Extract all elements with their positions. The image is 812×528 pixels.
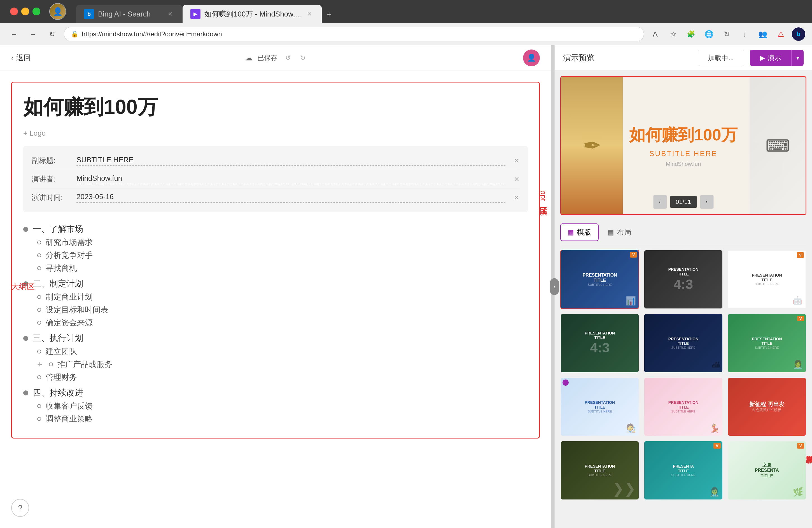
slide-main-title[interactable]: 如何赚到100万 bbox=[23, 94, 528, 121]
undo-button[interactable]: ↺ bbox=[282, 52, 294, 64]
back-label: 返回 bbox=[16, 53, 31, 63]
redo-button[interactable]: ↻ bbox=[296, 52, 309, 64]
address-bar[interactable]: 🔒 https://mindshow.fun/#/edit?convert=ma… bbox=[64, 27, 644, 41]
outline-item-h2-3-2[interactable]: + 推广产品或服务 bbox=[37, 359, 528, 370]
template-card-6[interactable]: V PRESENTATIONTITLE SUBTITLE HERE 👩‍💼 bbox=[727, 314, 807, 373]
layout-tab-label: 布局 bbox=[617, 227, 632, 237]
outline-item-h2-1-2[interactable]: 分析竞争对手 bbox=[37, 250, 528, 261]
h2-bullet-3-3 bbox=[37, 375, 41, 379]
template-card-12[interactable]: V 之夏PRESENTATITLE 🌿 bbox=[727, 441, 807, 500]
tab-layout[interactable]: ▤ 布局 bbox=[601, 224, 638, 241]
template-card-9[interactable]: 新征程 再出发 红色党政PPT模板 bbox=[727, 377, 807, 437]
tab-title-mindshow: 如何赚到100万 - MindShow,... bbox=[204, 9, 301, 19]
present-button[interactable]: ▶ 演示 bbox=[750, 50, 791, 66]
present-dropdown-btn[interactable]: ▾ bbox=[791, 50, 803, 66]
tab-bing[interactable]: b Bing AI - Search ✕ bbox=[76, 5, 183, 23]
outline-item-h2-2-2[interactable]: 设定目标和时间表 bbox=[37, 304, 528, 315]
template-card-4[interactable]: PRESENTATIONTITLE 4:3 bbox=[560, 314, 639, 373]
date-close-btn[interactable]: ✕ bbox=[514, 194, 519, 202]
download-icon[interactable]: ↓ bbox=[738, 27, 752, 41]
date-value[interactable]: 2023-05-16 bbox=[76, 192, 505, 203]
template-card-2[interactable]: PRESENTATIONTITLE 4:3 bbox=[644, 250, 723, 309]
panel-divider[interactable]: ‹ bbox=[551, 45, 554, 528]
v-badge-3: V bbox=[797, 252, 804, 258]
lock-icon: 🔒 bbox=[71, 30, 78, 38]
template-card-3[interactable]: V PRESENTATIONTITLE SUBTITLE HERE 🤖 bbox=[727, 250, 807, 309]
templates-section: ▦ 模版 ▤ 布局 V PRESENTATIO bbox=[555, 221, 812, 528]
minimize-window-btn[interactable] bbox=[21, 7, 29, 15]
outline-item-h1-2[interactable]: 二、制定计划 bbox=[23, 278, 528, 289]
user-avatar-button[interactable]: 👤 bbox=[523, 49, 540, 66]
close-window-btn[interactable] bbox=[10, 7, 18, 15]
outline-item-h2-4-2[interactable]: 调整商业策略 bbox=[37, 413, 528, 424]
add-item-btn[interactable]: + bbox=[37, 360, 42, 369]
subtitle-label: 副标题: bbox=[32, 156, 71, 166]
people-icon[interactable]: 👥 bbox=[756, 27, 769, 41]
close-bing-tab[interactable]: ✕ bbox=[166, 10, 175, 18]
outline-item-h1-4[interactable]: 四、持续改进 bbox=[23, 387, 528, 398]
template-card-11[interactable]: V PRESENTATITLE SUBTITLE HERE 👩‍⚕️ bbox=[644, 441, 723, 500]
refresh-icon[interactable]: ↻ bbox=[720, 27, 734, 41]
outline-item-h2-3-1[interactable]: 建立团队 bbox=[37, 346, 528, 357]
h1-bullet-2 bbox=[23, 281, 28, 286]
subtitle-close-btn[interactable]: ✕ bbox=[514, 157, 519, 165]
slide-prev-btn[interactable]: ‹ bbox=[653, 195, 667, 209]
tab-template[interactable]: ▦ 模版 bbox=[560, 224, 599, 241]
translate-icon[interactable]: 🌐 bbox=[702, 27, 716, 41]
h2-bullet-2-2 bbox=[37, 308, 41, 312]
slide-counter: 01/11 bbox=[670, 196, 697, 208]
reload-button[interactable]: ↻ bbox=[45, 27, 59, 41]
speaker-value[interactable]: MindShow.fun bbox=[76, 174, 505, 184]
template-card-8[interactable]: PRESENTATIONTITLE SUBTITLE HERE 💃 bbox=[644, 377, 723, 437]
template-card-1[interactable]: V PRESENTATIONTITLE SUBTITLE HERE 📊 bbox=[560, 250, 639, 309]
present-button-group: ▶ 演示 ▾ bbox=[750, 50, 803, 66]
outline-item-h1-3[interactable]: 三、执行计划 bbox=[23, 333, 528, 344]
url-text: https://mindshow.fun/#/edit?convert=mark… bbox=[82, 30, 637, 38]
h2-bullet-4-2 bbox=[37, 417, 41, 421]
outline-item-h2-2-3[interactable]: 确定资金来源 bbox=[37, 317, 528, 328]
h2-bullet-2-3 bbox=[37, 321, 41, 325]
help-button[interactable]: ? bbox=[11, 499, 29, 517]
load-button[interactable]: 加载中... bbox=[698, 50, 744, 66]
template-tab-icon: ▦ bbox=[568, 228, 574, 236]
save-status: 已保存 bbox=[257, 54, 277, 62]
bing-copilot-icon[interactable]: b bbox=[792, 27, 805, 41]
ppt-preview: ✒ ⌨ 如何赚到100万 SUBTITLE HERE MindShow.fun … bbox=[560, 76, 807, 215]
template-grid: V PRESENTATIONTITLE SUBTITLE HERE 📊 bbox=[560, 250, 807, 500]
template-card-7[interactable]: PRESENTATIONTITLE SUBTITLE HERE 🧑‍🎨 bbox=[560, 377, 639, 437]
reader-mode-icon[interactable]: A bbox=[649, 27, 662, 41]
right-topbar: 演示预览 加载中... ▶ 演示 ▾ bbox=[555, 45, 812, 71]
slide-next-btn[interactable]: › bbox=[700, 195, 713, 209]
back-arrow-icon: ‹ bbox=[11, 54, 13, 62]
logo-placeholder[interactable]: + Logo bbox=[23, 129, 528, 138]
extensions-icon[interactable]: 🧩 bbox=[684, 27, 698, 41]
date-row: 演讲时间: 2023-05-16 ✕ bbox=[32, 188, 519, 207]
slide-editor: 如何赚到100万 + Logo 副标题: SUBTITLE HERE ✕ 演讲者… bbox=[11, 82, 540, 438]
template-card-10[interactable]: PRESENTATIONTITLE SUBTITLE HERE ❯❯ bbox=[560, 441, 639, 500]
subtitle-value[interactable]: SUBTITLE HERE bbox=[76, 155, 505, 166]
h1-bullet-3 bbox=[23, 336, 28, 341]
outline-item-h2-3-3[interactable]: 管理财务 bbox=[37, 372, 528, 382]
new-tab-button[interactable]: + bbox=[322, 7, 336, 22]
v-badge-1: V bbox=[630, 252, 637, 258]
forward-button[interactable]: → bbox=[26, 27, 40, 41]
close-mindshow-tab[interactable]: ✕ bbox=[305, 10, 314, 18]
speaker-close-btn[interactable]: ✕ bbox=[514, 175, 519, 183]
outline-item-h2-1-1[interactable]: 研究市场需求 bbox=[37, 237, 528, 248]
present-icon: ▶ bbox=[760, 54, 765, 62]
template-tabs: ▦ 模版 ▤ 布局 bbox=[560, 221, 807, 244]
favorites-icon[interactable]: ☆ bbox=[666, 27, 680, 41]
outline-item-h2-4-1[interactable]: 收集客户反馈 bbox=[37, 401, 528, 411]
tab-mindshow[interactable]: ▶ 如何赚到100万 - MindShow,... ✕ bbox=[183, 5, 322, 23]
cloud-icon: ☁ bbox=[245, 53, 253, 62]
template-card-5[interactable]: PRESENTATIONTITLE SUBTITLE HERE 🏙 bbox=[644, 314, 723, 373]
back-button[interactable]: ← bbox=[7, 27, 21, 41]
outline-item-h2-2-1[interactable]: 制定商业计划 bbox=[37, 292, 528, 302]
back-to-home-btn[interactable]: ‹ 返回 bbox=[11, 53, 31, 63]
bing-favicon: b bbox=[84, 9, 94, 19]
collapse-panel-btn[interactable]: ‹ bbox=[550, 278, 559, 295]
outline-item-h1-1[interactable]: 一、了解市场 bbox=[23, 224, 528, 235]
warning-icon[interactable]: ⚠ bbox=[774, 27, 787, 41]
maximize-window-btn[interactable] bbox=[32, 7, 40, 15]
outline-item-h2-1-3[interactable]: 寻找商机 bbox=[37, 263, 528, 273]
